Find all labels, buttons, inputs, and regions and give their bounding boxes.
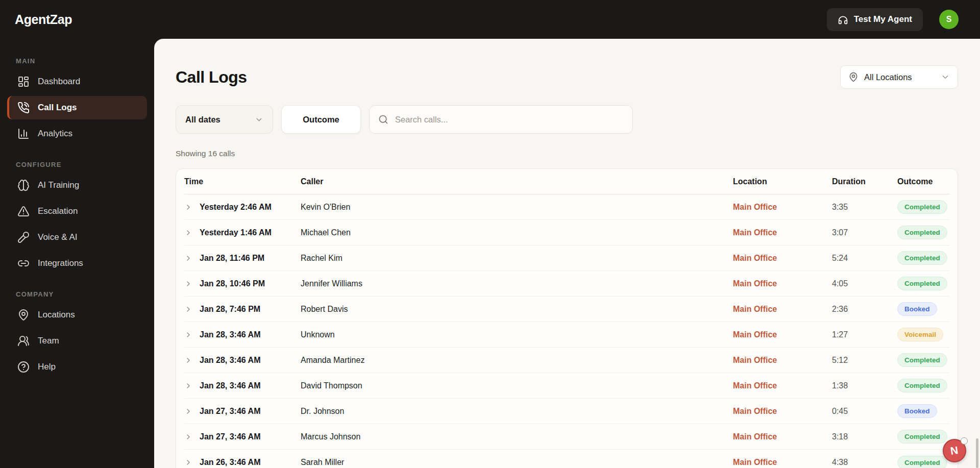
- outcome-badge-completed: Completed: [897, 251, 947, 265]
- table-row[interactable]: Jan 28, 11:46 PM Rachel Kim Main Office …: [184, 245, 949, 271]
- call-location-link[interactable]: Main Office: [733, 381, 832, 390]
- outcome-badge-completed: Completed: [897, 430, 947, 444]
- search-input[interactable]: [395, 115, 624, 125]
- sidebar-item-label: Call Logs: [38, 103, 77, 113]
- sidebar-item-locations[interactable]: Locations: [7, 303, 147, 327]
- topbar-actions: Test My Agent S: [827, 8, 959, 31]
- call-duration: 1:38: [832, 381, 897, 390]
- table-row[interactable]: Yesterday 1:46 AM Michael Chen Main Offi…: [184, 220, 949, 245]
- call-duration: 2:36: [832, 305, 897, 314]
- table-row[interactable]: Jan 28, 3:46 AM Unknown Main Office 1:27…: [184, 322, 949, 348]
- chevron-right-icon[interactable]: [184, 407, 192, 415]
- column-header-time: Time: [184, 177, 301, 186]
- call-time: Jan 28, 3:46 AM: [200, 330, 301, 339]
- call-duration: 5:12: [832, 356, 897, 365]
- call-location-link[interactable]: Main Office: [733, 407, 832, 416]
- call-time: Jan 28, 11:46 PM: [200, 254, 301, 263]
- scrollbar-thumb[interactable]: [976, 438, 978, 468]
- microphone-icon: [17, 231, 30, 243]
- call-location-link[interactable]: Main Office: [733, 228, 832, 237]
- chevron-right-icon[interactable]: [184, 458, 192, 466]
- table-row[interactable]: Yesterday 2:46 AM Kevin O'Brien Main Off…: [184, 194, 949, 220]
- chevron-right-icon[interactable]: [184, 331, 192, 339]
- avatar-initial: S: [946, 15, 952, 24]
- chevron-right-icon[interactable]: [184, 305, 192, 313]
- brain-icon: [17, 179, 30, 191]
- sidebar-item-label: Locations: [38, 310, 75, 320]
- outcome-badge-booked: Booked: [897, 404, 937, 418]
- table-row[interactable]: Jan 28, 3:46 AM Amanda Martinez Main Off…: [184, 348, 949, 373]
- table-row[interactable]: Jan 28, 7:46 PM Robert Davis Main Office…: [184, 297, 949, 322]
- chevron-right-icon[interactable]: [184, 254, 192, 262]
- phone-call-icon: [17, 102, 30, 114]
- sidebar-section-label: COMPANY: [16, 290, 154, 298]
- call-caller: Dr. Johnson: [301, 407, 733, 416]
- chevron-right-icon[interactable]: [184, 433, 192, 441]
- chevron-right-icon[interactable]: [184, 203, 192, 211]
- call-caller: Robert Davis: [301, 305, 733, 314]
- call-caller: Jennifer Williams: [301, 279, 733, 288]
- sidebar-item-analytics[interactable]: Analytics: [7, 122, 147, 145]
- call-location-link[interactable]: Main Office: [733, 356, 832, 365]
- sidebar-item-escalation[interactable]: Escalation: [7, 200, 147, 223]
- outcome-badge-completed: Completed: [897, 226, 947, 239]
- outcome-badge-completed: Completed: [897, 277, 947, 290]
- content-header: Call Logs All Locations: [176, 65, 958, 89]
- call-duration: 3:35: [832, 203, 897, 212]
- call-time: Jan 27, 3:46 AM: [200, 432, 301, 441]
- test-my-agent-label: Test My Agent: [854, 14, 912, 24]
- results-count: Showing 16 calls: [176, 149, 958, 158]
- table-header-row: Time Caller Location Duration Outcome: [184, 169, 949, 194]
- sidebar-item-integrations[interactable]: Integrations: [7, 252, 147, 275]
- table-row[interactable]: Jan 28, 3:46 AM David Thompson Main Offi…: [184, 373, 949, 399]
- content-panel: Call Logs All Locations All dates Outcom…: [154, 39, 980, 468]
- test-my-agent-button[interactable]: Test My Agent: [827, 8, 923, 31]
- call-location-link[interactable]: Main Office: [733, 432, 832, 441]
- sidebar-item-call-logs[interactable]: Call Logs: [7, 96, 147, 119]
- sidebar-item-label: Voice & AI: [38, 232, 78, 242]
- sidebar-item-label: Help: [38, 362, 56, 372]
- call-location-link[interactable]: Main Office: [733, 203, 832, 212]
- sidebar-item-dashboard[interactable]: Dashboard: [7, 70, 147, 93]
- table-row[interactable]: Jan 27, 3:46 AM Dr. Johnson Main Office …: [184, 399, 949, 424]
- call-caller: Kevin O'Brien: [301, 203, 733, 212]
- call-time: Jan 28, 3:46 AM: [200, 356, 301, 365]
- chevron-down-icon: [255, 115, 263, 124]
- call-location-link[interactable]: Main Office: [733, 254, 832, 263]
- call-duration: 4:05: [832, 279, 897, 288]
- call-location-link[interactable]: Main Office: [733, 458, 832, 467]
- chevron-right-icon[interactable]: [184, 382, 192, 390]
- outcome-badge-completed: Completed: [897, 456, 947, 468]
- outcome-badge-completed: Completed: [897, 379, 947, 392]
- outcome-filter-button[interactable]: Outcome: [281, 105, 361, 134]
- sidebar-item-help[interactable]: Help: [7, 355, 147, 379]
- call-location-link[interactable]: Main Office: [733, 305, 832, 314]
- call-location-link[interactable]: Main Office: [733, 330, 832, 339]
- call-duration: 5:24: [832, 254, 897, 263]
- headset-icon: [838, 14, 848, 25]
- sidebar-section-label: CONFIGURE: [16, 161, 154, 168]
- sidebar-item-voice-ai[interactable]: Voice & AI: [7, 226, 147, 249]
- sidebar-item-team[interactable]: Team: [7, 329, 147, 353]
- call-time: Jan 28, 3:46 AM: [200, 381, 301, 390]
- table-row[interactable]: Jan 26, 3:46 AM Sarah Miller Main Office…: [184, 450, 949, 468]
- table-row[interactable]: Jan 27, 3:46 AM Marcus Johnson Main Offi…: [184, 424, 949, 450]
- sidebar-item-ai-training[interactable]: AI Training: [7, 174, 147, 197]
- chevron-right-icon[interactable]: [184, 356, 192, 364]
- chevron-right-icon[interactable]: [184, 280, 192, 288]
- dashboard-icon: [17, 76, 30, 88]
- table-body: Yesterday 2:46 AM Kevin O'Brien Main Off…: [184, 194, 949, 468]
- date-filter-dropdown[interactable]: All dates: [176, 105, 273, 134]
- table-row[interactable]: Jan 28, 10:46 PM Jennifer Williams Main …: [184, 271, 949, 297]
- column-header-caller: Caller: [301, 177, 733, 186]
- chevron-right-icon[interactable]: [184, 229, 192, 237]
- location-filter-dropdown[interactable]: All Locations: [840, 65, 958, 89]
- map-pin-icon: [17, 309, 30, 321]
- user-avatar[interactable]: S: [939, 10, 959, 29]
- map-pin-icon: [848, 72, 859, 82]
- call-caller: Amanda Martinez: [301, 356, 733, 365]
- call-time: Jan 28, 7:46 PM: [200, 305, 301, 314]
- outcome-badge-completed: Completed: [897, 200, 947, 214]
- call-location-link[interactable]: Main Office: [733, 279, 832, 288]
- column-header-outcome: Outcome: [897, 177, 949, 186]
